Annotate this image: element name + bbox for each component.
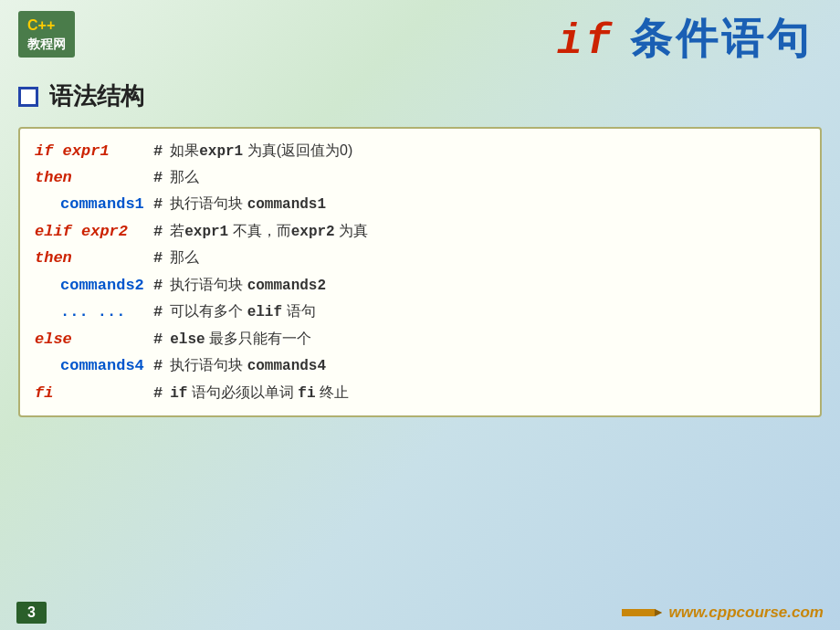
footer: 3 www.cppcourse.com	[0, 595, 840, 630]
title-suffix: 条件语句	[614, 15, 813, 62]
code-keyword-10: fi	[35, 380, 153, 406]
footer-right: www.cppcourse.com	[622, 604, 824, 622]
code-hash-10: #	[153, 380, 163, 406]
code-hash-9: #	[153, 352, 163, 379]
code-hash-8: #	[153, 326, 163, 352]
code-row-8: else # else 最多只能有一个	[35, 326, 805, 353]
code-sub-7: ... ...	[35, 299, 153, 325]
code-comment-7: 可以有多个 elif 语句	[170, 299, 315, 326]
code-comment-10: if 语句必须以单词 fi 终止	[170, 380, 349, 407]
code-comment-5: 那么	[170, 245, 199, 270]
logo: C++ 教程网	[18, 11, 75, 58]
code-row-10: fi # if 语句必须以单词 fi 终止	[35, 380, 805, 407]
page-number: 3	[16, 602, 47, 624]
code-hash-5: #	[153, 245, 163, 271]
logo-site: 教程网	[27, 36, 66, 52]
code-row-9: commands4 # 执行语句块 commands4	[35, 352, 805, 380]
code-sub-3: commands1	[35, 191, 153, 217]
code-comment-2: 那么	[170, 164, 199, 190]
code-row-3: commands1 # 执行语句块 commands1	[35, 191, 805, 218]
code-comment-9: 执行语句块 commands4	[170, 352, 326, 380]
code-comment-8: else 最多只能有一个	[170, 326, 311, 353]
pencil-icon	[622, 605, 662, 620]
code-block: if expr1 # 如果expr1 为真(返回值为0) then # 那么 c…	[18, 127, 822, 418]
code-comment-1: 如果expr1 为真(返回值为0)	[170, 138, 352, 165]
code-comment-3: 执行语句块 commands1	[170, 191, 326, 218]
code-row-4: elif expr2 # 若expr1 不真，而expr2 为真	[35, 218, 805, 246]
code-row-1: if expr1 # 如果expr1 为真(返回值为0)	[35, 138, 805, 165]
code-hash-7: #	[153, 299, 163, 325]
code-row-2: then # 那么	[35, 164, 805, 191]
code-sub-9: commands4	[35, 352, 153, 379]
section-heading: 语法结构	[0, 73, 840, 121]
title-if: if	[557, 18, 614, 66]
code-sub-6: commands2	[35, 272, 153, 299]
code-hash-1: #	[153, 138, 163, 164]
code-hash-3: #	[153, 191, 163, 217]
code-hash-2: #	[153, 164, 163, 191]
checkbox-icon	[18, 87, 38, 107]
code-keyword-1: if expr1	[35, 138, 153, 164]
code-keyword-5: then	[35, 245, 153, 271]
slide-title: if 条件语句	[557, 11, 813, 66]
code-row-5: then # 那么	[35, 245, 805, 271]
code-row-6: commands2 # 执行语句块 commands2	[35, 272, 805, 299]
code-keyword-2: then	[35, 164, 153, 191]
svg-marker-1	[655, 609, 662, 616]
code-hash-6: #	[153, 272, 163, 299]
code-row-7: ... ... # 可以有多个 elif 语句	[35, 299, 805, 326]
code-comment-4: 若expr1 不真，而expr2 为真	[170, 218, 368, 246]
code-keyword-4: elif expr2	[35, 218, 153, 245]
section-label: 语法结构	[49, 80, 144, 112]
code-keyword-8: else	[35, 326, 153, 352]
code-hash-4: #	[153, 218, 163, 245]
logo-cpp: C++	[27, 16, 66, 36]
footer-url: www.cppcourse.com	[669, 604, 824, 622]
code-comment-6: 执行语句块 commands2	[170, 272, 326, 299]
header: C++ 教程网 if 条件语句	[0, 0, 840, 73]
